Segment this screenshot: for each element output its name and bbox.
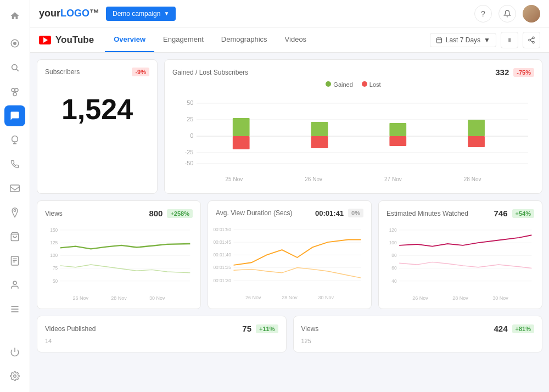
views2-badge: +81% [512, 324, 534, 333]
date-range-button[interactable]: Last 7 Days ▼ [430, 33, 496, 47]
dashboard: Subscribers -9% 1,524 Gained / Lost Subs… [30, 53, 549, 392]
card-avg-view: Avg. View Duration (Secs) 00:01:41 0% [208, 200, 372, 309]
sidebar-item-listening[interactable] [4, 130, 25, 150]
legend-lost-dot [362, 81, 367, 87]
tab-overview[interactable]: Overview [105, 27, 154, 52]
views-value: 800 [149, 209, 163, 218]
avg-x-labels: 26 Nov 28 Nov 30 Nov [216, 295, 363, 300]
views-badge: +258% [167, 209, 193, 218]
estimated-badge: +54% [512, 209, 534, 218]
sidebar-item-location[interactable] [4, 202, 25, 223]
card-subscribers-header: Subscribers -9% [45, 68, 149, 76]
svg-text:40: 40 [391, 278, 397, 284]
chart-type-button[interactable] [501, 32, 518, 48]
page-header-left: YouTube Overview Engagement Demographics… [39, 27, 315, 52]
estimated-x-labels: 26 Nov 28 Nov 30 Nov [386, 295, 534, 301]
share-button[interactable] [523, 32, 540, 48]
estimated-chart-svg: 120 100 80 60 40 [386, 222, 534, 294]
svg-rect-42 [233, 118, 250, 136]
topbar-right: ? [474, 5, 540, 23]
row-2: Views 800 +258% [37, 200, 542, 309]
sidebar-item-lists[interactable] [4, 299, 25, 320]
sidebar-item-mail[interactable] [4, 178, 25, 199]
videos-sub-value: 14 [45, 338, 278, 344]
svg-rect-47 [389, 136, 406, 146]
svg-line-3 [16, 69, 19, 71]
sidebar-item-settings[interactable] [4, 366, 25, 387]
views-x-labels: 26 Nov 28 Nov 30 Nov [45, 295, 193, 301]
bar-chart-area: 50 25 0 -25 -50 [172, 92, 534, 186]
sidebar-item-people[interactable] [4, 275, 25, 295]
main-content: yourLOGO™ Demo campaign ▼ ? [30, 0, 549, 392]
svg-text:25: 25 [187, 116, 193, 122]
svg-text:150: 150 [50, 227, 58, 233]
card-gained-header: Gained / Lost Subscribers 332 -75% [172, 68, 534, 77]
help-button[interactable]: ? [474, 5, 492, 23]
svg-text:80: 80 [391, 253, 397, 258]
avatar[interactable] [523, 5, 540, 23]
svg-text:00:01:35: 00:01:35 [213, 265, 231, 270]
dropdown-arrow-icon: ▼ [164, 10, 169, 16]
svg-rect-45 [311, 136, 328, 148]
svg-text:120: 120 [389, 227, 397, 233]
svg-text:50: 50 [53, 278, 58, 284]
logo: yourLOGO™ [39, 8, 99, 19]
bar-chart-svg: 50 25 0 -25 -50 [172, 92, 534, 175]
estimated-value: 746 [494, 209, 508, 218]
avg-title: Avg. View Duration (Secs) [216, 209, 293, 217]
svg-text:00:01:45: 00:01:45 [213, 239, 231, 245]
views-chart-svg: 150 125 100 75 50 [45, 222, 193, 294]
svg-rect-46 [389, 123, 406, 136]
svg-text:00:01:40: 00:01:40 [213, 252, 231, 257]
svg-text:60: 60 [391, 265, 397, 271]
youtube-logo: YouTube [39, 35, 94, 46]
gained-header-right: 332 -75% [495, 68, 534, 77]
svg-point-27 [533, 37, 535, 39]
card-views: Views 800 +258% [37, 200, 201, 309]
sidebar-item-connections[interactable] [4, 81, 25, 102]
legend-lost: Lost [362, 81, 381, 88]
videos-header-right: 75 +11% [242, 324, 278, 333]
views2-value: 424 [494, 324, 508, 333]
date-dropdown-arrow: ▼ [484, 36, 490, 44]
svg-rect-20 [436, 38, 441, 43]
svg-point-4 [12, 88, 15, 92]
svg-point-6 [13, 93, 16, 96]
svg-text:00:01:30: 00:01:30 [213, 278, 231, 283]
sidebar-item-home[interactable] [4, 5, 25, 26]
estimated-header-right: 746 +54% [494, 209, 534, 218]
svg-point-5 [15, 88, 18, 92]
gained-badge: -75% [513, 68, 534, 77]
row-3: Videos Published 75 +11% 14 Views 424 [37, 316, 542, 352]
tab-videos[interactable]: Videos [276, 27, 316, 52]
app-container: yourLOGO™ Demo campaign ▼ ? [0, 0, 549, 392]
sidebar-item-phone[interactable] [4, 154, 25, 175]
views-title: Views [45, 210, 63, 217]
legend-gained: Gained [326, 81, 352, 88]
views2-sub-value: 125 [301, 338, 535, 344]
sidebar-item-messages[interactable] [4, 105, 25, 126]
sidebar-item-shop[interactable] [4, 226, 25, 247]
sidebar-item-pages[interactable] [4, 250, 25, 271]
tab-engagement[interactable]: Engagement [154, 27, 212, 52]
sidebar-item-analytics[interactable] [4, 33, 25, 54]
notification-button[interactable] [498, 5, 516, 23]
svg-rect-48 [468, 120, 485, 136]
svg-point-29 [533, 41, 535, 43]
svg-text:-50: -50 [185, 160, 194, 166]
chart-legend: Gained Lost [172, 81, 534, 88]
tab-demographics[interactable]: Demographics [212, 27, 276, 52]
avatar-image [523, 5, 540, 23]
sidebar-item-search[interactable] [4, 57, 25, 78]
demo-campaign-button[interactable]: Demo campaign ▼ [106, 7, 176, 21]
topbar-left: yourLOGO™ Demo campaign ▼ [39, 7, 176, 21]
videos-title: Videos Published [45, 325, 96, 333]
svg-point-14 [13, 281, 16, 284]
row-1: Subscribers -9% 1,524 Gained / Lost Subs… [37, 59, 542, 194]
sidebar [0, 0, 30, 392]
svg-text:100: 100 [389, 240, 397, 245]
sidebar-item-power[interactable] [4, 341, 25, 362]
card-subscribers: Subscribers -9% 1,524 [37, 59, 158, 194]
avg-chart: 00:01:50 00:01:45 00:01:40 00:01:35 00:0… [216, 222, 363, 300]
card-views2: Views 424 +81% 125 [293, 316, 543, 352]
